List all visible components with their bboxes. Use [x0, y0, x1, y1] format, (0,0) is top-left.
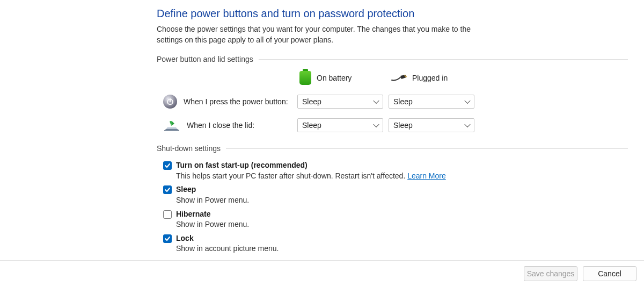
column-plugged-in-label: Plugged in	[412, 74, 448, 82]
lock-desc: Show in account picture menu.	[176, 244, 279, 254]
sleep-checkbox[interactable]	[163, 185, 172, 194]
close-lid-on-battery-select[interactable]: Sleep	[297, 118, 383, 132]
dropdown-value: Sleep	[302, 121, 321, 130]
divider	[226, 148, 628, 149]
group-power-button-lid: Power button and lid settings	[157, 55, 628, 63]
save-changes-button[interactable]: Save changes	[524, 266, 577, 281]
learn-more-link[interactable]: Learn More	[407, 171, 446, 180]
row-power-button: When I press the power button:	[163, 95, 297, 109]
row-close-lid-label: When I close the lid:	[187, 121, 254, 130]
battery-icon	[299, 71, 311, 85]
column-on-battery: On battery	[297, 71, 389, 85]
option-fast-startup: Turn on fast start-up (recommended) This…	[163, 160, 628, 181]
option-sleep: Sleep Show in Power menu.	[163, 184, 628, 205]
cancel-button[interactable]: Cancel	[583, 266, 636, 281]
row-close-lid: When I close the lid:	[163, 119, 297, 131]
divider	[259, 59, 628, 60]
hibernate-desc: Show in Power menu.	[176, 219, 249, 230]
laptop-lid-icon	[163, 119, 180, 131]
svg-rect-0	[404, 75, 406, 76]
dropdown-value: Sleep	[393, 121, 413, 130]
column-plugged-in: Plugged in	[389, 74, 480, 82]
hibernate-title: Hibernate	[176, 209, 249, 220]
group-label: Power button and lid settings	[157, 55, 259, 63]
lock-checkbox[interactable]	[163, 234, 172, 243]
lock-title: Lock	[176, 233, 279, 244]
column-on-battery-label: On battery	[317, 74, 352, 82]
page-intro: Choose the power settings that you want …	[157, 24, 489, 45]
page-title: Define power buttons and turn on passwor…	[157, 8, 628, 20]
fast-startup-title: Turn on fast start-up (recommended)	[176, 160, 446, 171]
close-lid-plugged-in-select[interactable]: Sleep	[389, 118, 474, 132]
option-lock: Lock Show in account picture menu.	[163, 233, 628, 254]
footer: Save changes Cancel	[0, 260, 644, 286]
sleep-desc: Show in Power menu.	[176, 195, 249, 206]
power-button-plugged-in-select[interactable]: Sleep	[389, 95, 474, 109]
power-button-on-battery-select[interactable]: Sleep	[297, 95, 383, 109]
option-hibernate: Hibernate Show in Power menu.	[163, 209, 628, 230]
svg-rect-1	[405, 76, 407, 77]
desc-text: This helps start your PC faster after sh…	[176, 171, 407, 180]
row-power-button-label: When I press the power button:	[184, 97, 288, 106]
group-shutdown: Shut-down settings	[157, 144, 628, 153]
fast-startup-checkbox[interactable]	[163, 161, 172, 170]
dropdown-value: Sleep	[302, 97, 321, 106]
fast-startup-desc: This helps start your PC faster after sh…	[176, 171, 446, 182]
hibernate-checkbox[interactable]	[163, 210, 172, 219]
dropdown-value: Sleep	[393, 97, 413, 106]
group-label: Shut-down settings	[157, 144, 226, 153]
sleep-title: Sleep	[176, 184, 249, 195]
power-button-icon	[163, 95, 177, 109]
plug-icon	[391, 74, 407, 82]
